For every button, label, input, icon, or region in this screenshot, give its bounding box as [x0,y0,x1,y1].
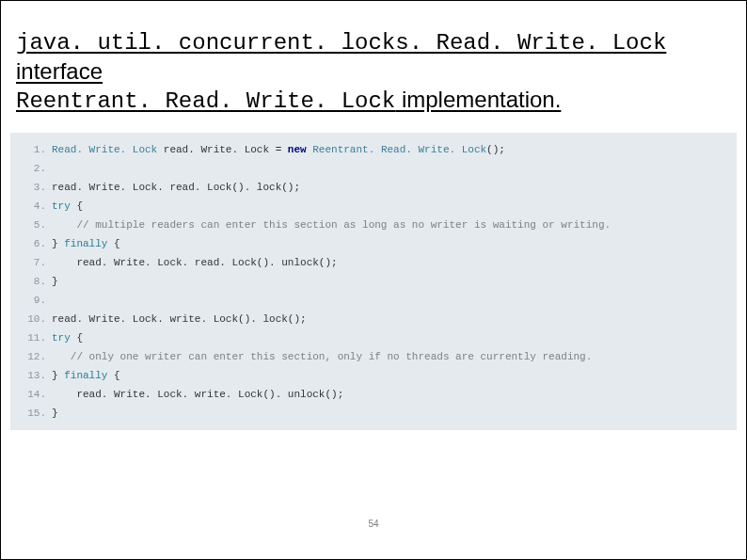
title-line-2: Reentrant. Read. Write. Lock implementat… [16,87,561,112]
title-line-1: java. util. concurrent. locks. Read. Wri… [16,28,666,84]
code-line: 7. read. Write. Lock. read. Lock(). unlo… [20,253,727,272]
code-line: 2. [20,159,727,178]
line-number: 12. [20,347,52,366]
code-line: 14. read. Write. Lock. write. Lock(). un… [20,385,727,404]
line-number: 7. [20,253,52,272]
code-content: try { [52,328,83,347]
code-line: 5. // multiple readers can enter this se… [20,216,727,234]
code-content: read. Write. Lock. read. Lock(). lock(); [52,178,300,197]
code-content: // multiple readers can enter this secti… [52,216,611,234]
code-content [52,159,58,178]
line-number: 6. [20,234,52,253]
slide-title: java. util. concurrent. locks. Read. Wri… [1,1,746,121]
title-mono-2: Reentrant. Read. Write. Lock [16,88,395,114]
line-number: 5. [20,216,52,234]
line-number: 14. [20,385,52,404]
line-number: 1. [20,140,52,159]
line-number: 15. [20,404,52,423]
page-number: 54 [1,519,746,529]
line-number: 4. [20,197,52,216]
code-content: } finally { [52,234,120,253]
title-rest-2: implementation. [395,87,561,112]
code-line: 15.} [20,404,727,423]
code-line: 9. [20,291,727,310]
code-line: 10.read. Write. Lock. write. Lock(). loc… [20,310,727,328]
line-number: 10. [20,310,52,328]
code-line: 3.read. Write. Lock. read. Lock(). lock(… [20,178,727,197]
code-content [52,291,58,310]
code-block: 1.Read. Write. Lock read. Write. Lock = … [10,133,737,430]
code-content: read. Write. Lock. read. Lock(). unlock(… [52,253,338,272]
code-content: // only one writer can enter this sectio… [52,347,592,366]
code-line: 4.try { [20,197,727,216]
code-content: read. Write. Lock. write. Lock(). unlock… [52,385,343,404]
code-line: 6.} finally { [20,234,727,253]
code-line: 11.try { [20,328,727,347]
code-line: 12. // only one writer can enter this se… [20,347,727,366]
code-content: read. Write. Lock. write. Lock(). lock()… [52,310,307,328]
line-number: 2. [20,159,52,178]
code-content: } [52,404,58,423]
code-content: } [52,272,58,291]
line-number: 9. [20,291,52,310]
code-line: 8.} [20,272,727,291]
code-content: try { [52,197,83,216]
line-number: 8. [20,272,52,291]
title-rest-1: interface [16,58,103,84]
code-content: Read. Write. Lock read. Write. Lock = ne… [52,140,505,159]
code-line: 1.Read. Write. Lock read. Write. Lock = … [20,140,727,159]
line-number: 3. [20,178,52,197]
title-mono-1: java. util. concurrent. locks. Read. Wri… [16,30,666,56]
code-line: 13.} finally { [20,366,727,385]
line-number: 11. [20,328,52,347]
line-number: 13. [20,366,52,385]
code-content: } finally { [52,366,120,385]
slide-container: java. util. concurrent. locks. Read. Wri… [0,0,747,560]
